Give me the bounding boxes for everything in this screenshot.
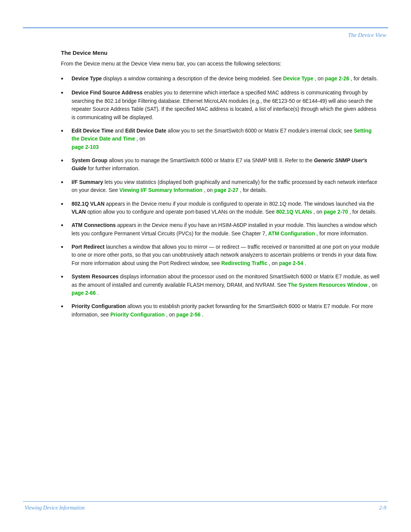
header-rule (23, 27, 388, 28)
link-page-2-26[interactable]: page 2-26 (325, 76, 349, 81)
list-item: • 802.1Q VLAN appears in the Device menu… (61, 200, 381, 216)
bold-term: Device Type (72, 76, 102, 81)
footer-right: 2-9 (379, 505, 386, 511)
bullet-text-vlan: 802.1Q VLAN appears in the Device menu i… (72, 200, 381, 216)
bullet-text-device-type: Device Type displays a window containing… (72, 75, 381, 83)
bullet-text-if-summary: I/F Summary lets you view statistics (di… (72, 178, 381, 195)
footer-rule (23, 501, 388, 502)
bold-term: I/F Summary (72, 179, 103, 185)
list-item: • System Group allows you to manage the … (61, 157, 381, 173)
bullet-text-port-redirect: Port Redirect launches a window that all… (72, 243, 381, 267)
bullet-dot: • (61, 89, 68, 97)
list-item: • I/F Summary lets you view statistics (… (61, 178, 381, 195)
link-viewing-if-summary[interactable]: Viewing I/F Summary Information (119, 187, 202, 193)
link-802-vlans[interactable]: 802.1Q VLANs (276, 209, 312, 215)
link-page-2-27[interactable]: page 2-27 (214, 187, 239, 193)
list-item: • Device Find Source Address enables you… (61, 89, 381, 121)
bold-term: System Group (72, 158, 107, 163)
header-title: The Device View (348, 32, 386, 38)
list-item: • Device Type displays a window containi… (61, 75, 381, 83)
bullet-dot: • (61, 243, 68, 252)
link-page-2-56[interactable]: page 2-56 (176, 312, 201, 318)
bullet-dot: • (61, 200, 68, 209)
page-container: The Device View The Device Menu From the… (0, 0, 411, 532)
bullet-list: • Device Type displays a window containi… (61, 75, 381, 319)
bold-term: VLAN (72, 209, 86, 215)
bold-term: ATM Connections (72, 222, 116, 228)
link-atm-config[interactable]: ATM Configuration (268, 231, 315, 236)
bullet-dot: • (61, 75, 68, 83)
link-page-2-66[interactable]: page 2-66 (72, 290, 96, 296)
bullet-dot: • (61, 127, 68, 136)
bold-term: Edit Device Date (125, 128, 166, 134)
bullet-text-priority-config: Priority Configuration allows you to est… (72, 302, 381, 319)
list-item: • Edit Device Time and Edit Device Date … (61, 127, 381, 151)
bold-term: Priority Configuration (72, 304, 126, 309)
bullet-dot: • (61, 273, 68, 281)
footer-left: Viewing Device Information (25, 505, 85, 511)
bullet-text-system-group: System Group allows you to manage the Sm… (72, 157, 381, 173)
list-item: • Priority Configuration allows you to e… (61, 302, 381, 319)
bold-term: Edit Device Time (72, 128, 113, 134)
list-item: • Port Redirect launches a window that a… (61, 243, 381, 267)
bullet-text-system-resources: System Resources displays information ab… (72, 273, 381, 297)
link-system-resources-window[interactable]: The System Resources Window (288, 282, 367, 288)
section-title: The Device Menu (61, 50, 381, 56)
bold-term: 802.1Q VLAN (72, 201, 105, 207)
bullet-text-device-find: Device Find Source Address enables you t… (72, 89, 381, 121)
bold-term: Device Find Source Address (72, 90, 143, 96)
bullet-dot: • (61, 221, 68, 230)
intro-text: From the Device menu at the Device View … (61, 60, 381, 68)
bullet-dot: • (61, 178, 68, 187)
bold-term: System Resources (72, 274, 118, 280)
list-item: • ATM Connections appears in the Device … (61, 221, 381, 238)
bullet-dot: • (61, 157, 68, 165)
link-device-type[interactable]: Device Type (283, 76, 314, 81)
link-page-2-103[interactable]: page 2-103 (72, 144, 99, 150)
link-page-2-70[interactable]: page 2-70 (324, 209, 348, 215)
bullet-text-atm: ATM Connections appears in the Device me… (72, 221, 381, 238)
content-area: The Device Menu From the Device menu at … (61, 50, 381, 494)
bold-term: Port Redirect (72, 244, 105, 250)
list-item: • System Resources displays information … (61, 273, 381, 297)
bullet-dot: • (61, 302, 68, 311)
bullet-text-edit-device: Edit Device Time and Edit Device Date al… (72, 127, 381, 151)
link-priority-configuration[interactable]: Priority Configuration (110, 312, 165, 318)
link-page-2-54[interactable]: page 2-54 (279, 260, 303, 266)
link-redirecting-traffic[interactable]: Redirecting Traffic (221, 260, 267, 266)
